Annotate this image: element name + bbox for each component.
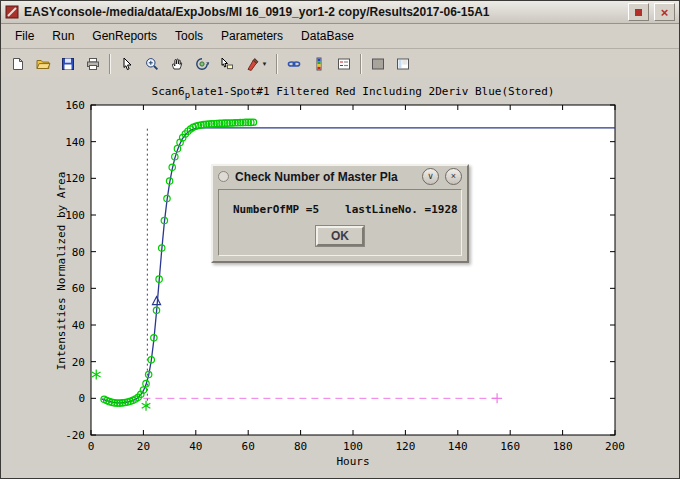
zoom-in-icon (144, 56, 160, 72)
dialog-check-number-of-master-plates: Check Number of Master Pla ∨ × NumberOfM… (211, 164, 469, 263)
last-line-no-value: lastLineNo. =1928 (345, 203, 458, 216)
insert-legend-button[interactable] (332, 52, 356, 76)
brush-icon (245, 56, 261, 72)
menu-genreports[interactable]: GenReports (83, 26, 166, 46)
svg-text:0: 0 (78, 392, 85, 405)
dialog-content-frame: NumberOfMP =5 lastLineNo. =1928 OK (218, 189, 462, 256)
svg-text:100: 100 (65, 209, 85, 222)
data-cursor-icon (219, 56, 235, 72)
menu-bar: File Run GenReports Tools Parameters Dat… (1, 24, 679, 49)
chart-title-post: late1-Spot#1 Filtered Red Including 2Der… (190, 85, 554, 98)
dialog-message: NumberOfMP =5 lastLineNo. =1928 (233, 203, 461, 216)
new-button[interactable] (6, 52, 30, 76)
svg-text:20: 20 (137, 440, 150, 453)
minimize-icon (635, 9, 642, 16)
show-plot-tools-icon (395, 56, 411, 72)
svg-text:60: 60 (242, 440, 255, 453)
print-button[interactable] (81, 52, 105, 76)
link-plot-button[interactable] (282, 52, 306, 76)
rotate-3d-button[interactable] (190, 52, 214, 76)
pan-button[interactable] (165, 52, 189, 76)
chevron-down-icon: ∨ (427, 172, 434, 181)
minimize-button[interactable] (628, 3, 649, 21)
open-button[interactable] (31, 52, 55, 76)
svg-text:180: 180 (553, 440, 573, 453)
svg-text:60: 60 (72, 282, 85, 295)
chart-title-pre: Scan6 (152, 85, 185, 98)
svg-text:120: 120 (395, 440, 415, 453)
close-icon: × (451, 172, 456, 181)
close-icon: × (661, 6, 669, 19)
print-icon (85, 56, 101, 72)
window-icon (5, 5, 19, 19)
svg-text:140: 140 (448, 440, 468, 453)
plot-area: 020406080100120140160180200-200204060801… (1, 77, 680, 479)
link-plot-icon (286, 56, 302, 72)
rotate-3d-icon (194, 56, 210, 72)
hide-plot-tools-button[interactable] (366, 52, 390, 76)
new-document-icon (10, 56, 26, 72)
svg-text:160: 160 (65, 99, 85, 112)
svg-text:40: 40 (189, 440, 202, 453)
toolbar: ▼ (1, 49, 679, 80)
y-axis-label: Intensities Normalized by Area (55, 172, 68, 371)
toolbar-separator (109, 54, 111, 74)
window-title: EASYconsole-/media/data/ExpJobs/MI 16_09… (24, 5, 623, 19)
svg-text:160: 160 (500, 440, 520, 453)
data-cursor-button[interactable] (215, 52, 239, 76)
menu-file[interactable]: File (6, 26, 43, 46)
insert-legend-icon (336, 56, 352, 72)
window-titlebar: EASYconsole-/media/data/ExpJobs/MI 16_09… (1, 1, 679, 24)
menu-run[interactable]: Run (43, 26, 83, 46)
x-axis-label: Hours (91, 455, 615, 468)
menu-tools[interactable]: Tools (166, 26, 212, 46)
show-plot-tools-button[interactable] (391, 52, 415, 76)
svg-text:100: 100 (343, 440, 363, 453)
dialog-close-button[interactable]: × (445, 168, 462, 185)
dialog-title: Check Number of Master Pla (235, 170, 416, 184)
hide-plot-tools-icon (370, 56, 386, 72)
svg-text:120: 120 (65, 172, 85, 185)
svg-text:0: 0 (88, 440, 95, 453)
insert-colorbar-icon (311, 56, 327, 72)
close-button[interactable]: × (654, 3, 675, 21)
save-button[interactable] (56, 52, 80, 76)
ok-button[interactable]: OK (316, 226, 364, 246)
save-icon (60, 56, 76, 72)
edit-plot-icon (119, 56, 135, 72)
open-folder-icon (35, 56, 51, 72)
svg-text:80: 80 (294, 440, 307, 453)
chart-title: Scan6plate1-Spot#1 Filtered Red Includin… (91, 85, 615, 100)
svg-text:80: 80 (72, 246, 85, 259)
edit-plot-button[interactable] (115, 52, 139, 76)
brush-button[interactable]: ▼ (240, 52, 272, 76)
pan-hand-icon (169, 56, 185, 72)
svg-text:-20: -20 (65, 429, 85, 442)
easyconsole-window: EASYconsole-/media/data/ExpJobs/MI 16_09… (0, 0, 680, 479)
figure-area: 020406080100120140160180200-200204060801… (1, 77, 679, 478)
zoom-in-button[interactable] (140, 52, 164, 76)
svg-text:20: 20 (72, 356, 85, 369)
svg-text:40: 40 (72, 319, 85, 332)
brush-dropdown-icon: ▼ (262, 61, 268, 67)
dialog-menu-icon[interactable] (218, 171, 229, 182)
svg-text:140: 140 (65, 136, 85, 149)
insert-colorbar-button[interactable] (307, 52, 331, 76)
dialog-collapse-button[interactable]: ∨ (422, 168, 439, 185)
toolbar-separator (360, 54, 362, 74)
menu-database[interactable]: DataBase (292, 26, 363, 46)
svg-text:200: 200 (605, 440, 625, 453)
dialog-titlebar: Check Number of Master Pla ∨ × (213, 166, 467, 187)
toolbar-separator (276, 54, 278, 74)
menu-parameters[interactable]: Parameters (212, 26, 292, 46)
number-of-mp-value: NumberOfMP =5 (233, 203, 319, 216)
